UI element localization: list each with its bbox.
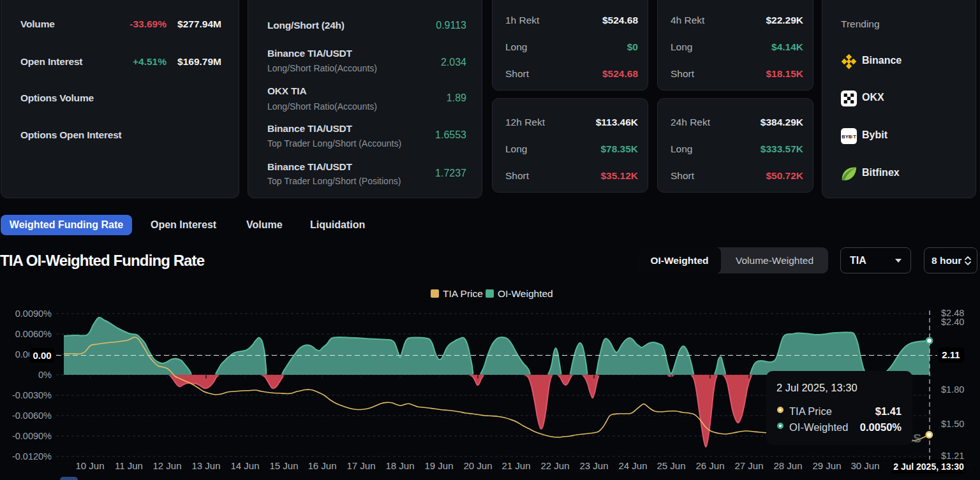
svg-text:20 Jun: 20 Jun: [463, 460, 492, 471]
svg-text:26 Jun: 26 Jun: [695, 460, 724, 471]
svg-text:16 Jun: 16 Jun: [308, 460, 336, 471]
svg-text:11 Jun: 11 Jun: [115, 460, 143, 471]
svg-text:0%: 0%: [38, 370, 52, 380]
svg-text:BYBIT: BYBIT: [842, 134, 856, 140]
svg-text:-0.0030%: -0.0030%: [12, 390, 52, 400]
svg-text:-0.0060%: -0.0060%: [12, 411, 52, 421]
svg-text:13 Jun: 13 Jun: [191, 460, 220, 471]
svg-text:19 Jun: 19 Jun: [424, 460, 453, 471]
svg-text:-0.0090%: -0.0090%: [12, 431, 52, 441]
svg-text:18 Jun: 18 Jun: [385, 460, 414, 471]
svg-text:14 Jun: 14 Jun: [230, 460, 259, 471]
svg-text:0.0060%: 0.0060%: [15, 329, 52, 339]
svg-text:28 Jun: 28 Jun: [773, 460, 802, 471]
svg-text:10 Jun: 10 Jun: [75, 460, 104, 471]
svg-text:29 Jun: 29 Jun: [812, 460, 841, 471]
svg-text:30 Jun: 30 Jun: [850, 460, 879, 471]
svg-text:21 Jun: 21 Jun: [501, 460, 530, 471]
svg-text:-0.0120%: -0.0120%: [12, 451, 52, 462]
svg-text:24 Jun: 24 Jun: [618, 460, 647, 471]
svg-text:$2.40: $2.40: [941, 317, 964, 327]
svg-text:$1.80: $1.80: [941, 384, 964, 395]
svg-text:17 Jun: 17 Jun: [346, 460, 375, 471]
svg-text:15 Jun: 15 Jun: [269, 460, 298, 471]
svg-text:25 Jun: 25 Jun: [657, 460, 685, 471]
svg-text:23 Jun: 23 Jun: [579, 460, 608, 471]
svg-text:$1.50: $1.50: [941, 419, 964, 429]
svg-text:22 Jun: 22 Jun: [540, 460, 569, 471]
svg-text:27 Jun: 27 Jun: [734, 460, 763, 471]
svg-text:0.0090%: 0.0090%: [15, 309, 52, 319]
svg-text:12 Jun: 12 Jun: [152, 460, 181, 471]
